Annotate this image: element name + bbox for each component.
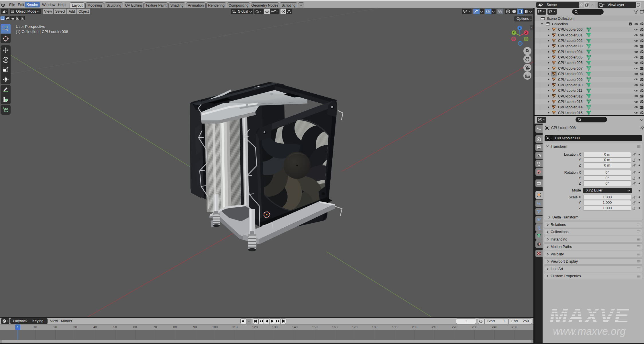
svg-text:X: X: [525, 31, 527, 34]
svg-text:Y: Y: [513, 31, 515, 34]
svg-text:Z: Z: [519, 26, 521, 30]
